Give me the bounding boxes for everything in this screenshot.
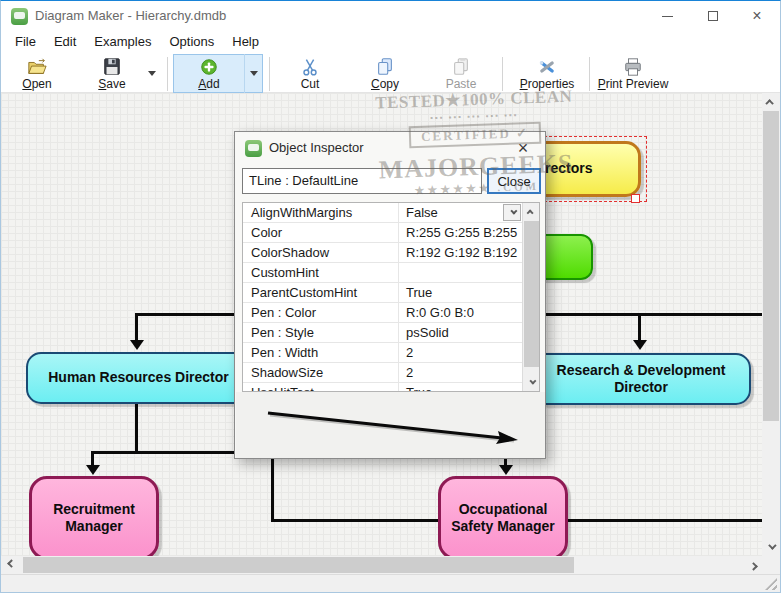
property-value[interactable]: R:192 G:192 B:192 bbox=[400, 243, 522, 263]
toolbar-separator bbox=[589, 57, 590, 91]
shape-occupational-safety-manager[interactable]: Occupational Safety Manager bbox=[438, 476, 568, 556]
close-button[interactable]: Close bbox=[487, 168, 541, 194]
arrowhead-icon bbox=[633, 340, 647, 350]
chevron-right-icon bbox=[749, 562, 757, 570]
properties-tools-icon bbox=[535, 57, 559, 77]
property-name: ColorShadow bbox=[243, 243, 399, 263]
property-value[interactable]: R:255 G:255 B:255 bbox=[400, 223, 522, 243]
menu-edit[interactable]: Edit bbox=[45, 31, 85, 53]
properties-button[interactable]: Properties bbox=[515, 55, 579, 92]
property-name: Pen : Style bbox=[243, 323, 399, 343]
print-preview-label: Print Preview bbox=[598, 77, 669, 91]
copy-button[interactable]: Copy bbox=[361, 55, 409, 92]
app-window: Diagram Maker - Hierarchy.dmdb × File Ed… bbox=[0, 0, 781, 593]
menu-help[interactable]: Help bbox=[223, 31, 268, 53]
property-row[interactable]: Pen : Width 2 bbox=[243, 343, 539, 363]
dialog-close-button[interactable]: × bbox=[511, 136, 535, 160]
close-window-button[interactable]: × bbox=[734, 1, 780, 31]
property-grid: AlignWithMargins False Color R:255 G:255… bbox=[242, 202, 540, 392]
property-name: ShadowSize bbox=[243, 363, 399, 383]
object-type-field[interactable]: TLine : DefaultLine bbox=[242, 168, 482, 194]
cut-label: Cut bbox=[301, 77, 320, 91]
shape-research-development-director[interactable]: Research & Development Director bbox=[531, 353, 751, 405]
title-bar: Diagram Maker - Hierarchy.dmdb × bbox=[1, 1, 780, 31]
property-row[interactable]: AlignWithMargins False bbox=[243, 203, 539, 223]
add-plus-icon bbox=[197, 57, 221, 77]
scroll-right-button[interactable] bbox=[746, 556, 764, 574]
cut-scissors-icon bbox=[298, 57, 322, 77]
value-dropdown-button[interactable] bbox=[503, 204, 521, 221]
maximize-button[interactable] bbox=[690, 1, 736, 31]
add-dropdown-button[interactable] bbox=[245, 55, 263, 92]
property-name: AlignWithMargins bbox=[243, 203, 399, 223]
property-grid-scrollbar[interactable] bbox=[522, 203, 539, 391]
property-row[interactable]: ColorShadow R:192 G:192 B:192 bbox=[243, 243, 539, 263]
chevron-up-icon bbox=[527, 209, 534, 216]
grid-scroll-thumb[interactable] bbox=[524, 221, 539, 367]
property-row[interactable]: Color R:255 G:255 B:255 bbox=[243, 223, 539, 243]
menu-bar: File Edit Examples Options Help bbox=[1, 31, 780, 53]
chevron-down-icon bbox=[510, 208, 517, 215]
minimize-button[interactable] bbox=[644, 1, 690, 31]
open-folder-icon bbox=[25, 57, 49, 77]
property-value[interactable]: R:0 G:0 B:0 bbox=[400, 303, 522, 323]
property-row[interactable]: Pen : Style psSolid bbox=[243, 323, 539, 343]
property-name: Pen : Color bbox=[243, 303, 399, 323]
horizontal-scrollbar[interactable] bbox=[1, 556, 764, 574]
menu-file[interactable]: File bbox=[6, 31, 45, 53]
property-row[interactable]: ParentCustomHint True bbox=[243, 283, 539, 303]
arrowhead-icon bbox=[130, 340, 144, 350]
property-value[interactable]: 2 bbox=[400, 363, 522, 383]
object-inspector-icon bbox=[245, 140, 262, 157]
property-value[interactable] bbox=[400, 263, 522, 283]
menu-examples[interactable]: Examples bbox=[85, 31, 160, 53]
add-button[interactable]: Add bbox=[179, 55, 239, 92]
print-preview-printer-icon bbox=[621, 57, 645, 77]
chevron-down-icon bbox=[529, 378, 536, 385]
vertical-scroll-thumb[interactable] bbox=[763, 111, 779, 421]
scroll-up-button[interactable] bbox=[762, 93, 780, 111]
minimize-icon bbox=[662, 16, 673, 17]
property-row[interactable]: Pen : Color R:0 G:0 B:0 bbox=[243, 303, 539, 323]
property-value[interactable]: False bbox=[400, 203, 505, 223]
property-value[interactable]: True bbox=[400, 283, 522, 303]
shape-human-resources-director[interactable]: Human Resources Director bbox=[26, 352, 251, 404]
save-button[interactable]: Save bbox=[85, 55, 139, 92]
arrowhead-icon bbox=[86, 465, 100, 475]
property-row[interactable]: UseHitTest True bbox=[243, 383, 539, 392]
property-value[interactable]: psSolid bbox=[400, 323, 522, 343]
toolbar-separator bbox=[167, 57, 168, 91]
shape-recruitment-manager[interactable]: Recruitment Manager bbox=[29, 476, 159, 556]
chevron-left-icon bbox=[7, 559, 15, 567]
object-inspector-dialog: Object Inspector × TLine : DefaultLine C… bbox=[234, 131, 546, 459]
scroll-down-button[interactable] bbox=[762, 538, 780, 556]
connector-line bbox=[135, 404, 138, 453]
resize-grip[interactable] bbox=[765, 578, 777, 590]
menu-options[interactable]: Options bbox=[160, 31, 223, 53]
paste-clipboard-icon bbox=[449, 57, 473, 77]
print-preview-button[interactable]: Print Preview bbox=[597, 55, 669, 92]
property-row[interactable]: CustomHint bbox=[243, 263, 539, 283]
dialog-title: Object Inspector bbox=[269, 132, 364, 164]
toolbar: Open Save Add bbox=[1, 53, 780, 93]
paste-label: Paste bbox=[446, 77, 477, 91]
scroll-left-button[interactable] bbox=[1, 556, 19, 574]
arrowhead-icon bbox=[499, 465, 513, 475]
selection-resize-handle[interactable] bbox=[631, 194, 640, 203]
cut-button[interactable]: Cut bbox=[287, 55, 333, 92]
open-button[interactable]: Open bbox=[9, 55, 65, 92]
grid-scroll-down-button[interactable] bbox=[523, 374, 540, 391]
line-arrow-preview bbox=[236, 392, 545, 458]
horizontal-scroll-thumb[interactable] bbox=[23, 557, 574, 573]
grid-scroll-up-button[interactable] bbox=[523, 203, 540, 220]
property-value[interactable]: 2 bbox=[400, 343, 522, 363]
dialog-title-bar[interactable]: Object Inspector × bbox=[235, 132, 545, 164]
open-label: Open bbox=[22, 77, 51, 91]
property-row[interactable]: ShadowSize 2 bbox=[243, 363, 539, 383]
property-name: UseHitTest bbox=[243, 383, 399, 392]
property-value[interactable]: True bbox=[400, 383, 522, 392]
save-dropdown-button[interactable] bbox=[143, 55, 161, 92]
add-label: Add bbox=[198, 77, 219, 91]
save-label: Save bbox=[98, 77, 125, 91]
vertical-scrollbar[interactable] bbox=[762, 93, 780, 556]
